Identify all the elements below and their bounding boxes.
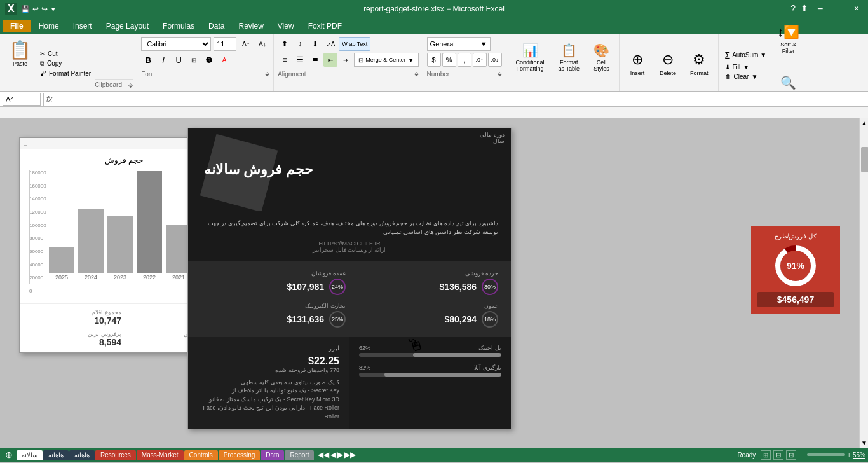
sheet-tab-report[interactable]: Report <box>285 450 314 460</box>
normal-view-btn[interactable]: ⊞ <box>761 450 771 460</box>
currency-btn[interactable]: $ <box>427 53 441 67</box>
sheet-tab-processing[interactable]: Processing <box>219 450 260 460</box>
zoom-slider[interactable] <box>807 453 845 456</box>
font-name-selector[interactable]: Calibri <box>141 37 211 51</box>
metric-ecommerce-pct: 25% <box>329 311 346 328</box>
sort-filter-btn[interactable]: ↕🔽 Sort &Filter <box>771 15 805 64</box>
sheet-tab-mass-market[interactable]: Mass-Market <box>137 450 184 460</box>
merge-center-btn[interactable]: ⊡ Merge & Center ▼ <box>354 53 418 67</box>
slide-meta: دوره مالی سال <box>480 132 505 144</box>
page-break-btn[interactable]: ⊡ <box>786 450 796 460</box>
sheet-tab-resources[interactable]: Resources <box>95 450 136 460</box>
delete-cells-btn[interactable]: ⊖ Delete <box>654 39 682 88</box>
bold-button[interactable]: B <box>141 53 155 67</box>
redo-icon[interactable]: ↪ <box>41 4 48 13</box>
home-menu[interactable]: Home <box>32 20 65 32</box>
add-sheet-btn[interactable]: ⊕ <box>3 450 15 460</box>
font-color-btn[interactable]: A <box>217 53 231 67</box>
fill-btn[interactable]: ⬇ Fill ▼ <box>722 63 770 71</box>
sheet-tab-controls[interactable]: Controls <box>184 450 218 460</box>
align-left-btn[interactable]: ≡ <box>278 53 292 67</box>
orientation-btn[interactable]: ↗A <box>323 37 337 51</box>
decrease-font-btn[interactable]: A↓ <box>255 37 269 51</box>
number-expander[interactable]: ⬙ <box>498 71 502 78</box>
paste-button[interactable]: 📋 Paste <box>4 37 36 90</box>
scroll-down-btn[interactable]: ▼ <box>860 438 868 448</box>
increase-font-btn[interactable]: A↑ <box>239 37 253 51</box>
number-format-selector[interactable]: General ▼ <box>427 37 491 51</box>
zoom-level[interactable]: 55% <box>853 452 865 459</box>
fill-dropdown[interactable]: ▼ <box>743 64 749 71</box>
decrease-decimal-btn[interactable]: .0↓ <box>488 53 502 67</box>
wrap-text-btn[interactable]: Wrap Text <box>339 37 370 51</box>
data-menu[interactable]: Data <box>202 20 231 32</box>
font-size-input[interactable] <box>214 37 236 51</box>
merge-dropdown-icon[interactable]: ▼ <box>408 57 414 64</box>
save-icon[interactable]: 💾 <box>21 5 30 13</box>
comma-btn[interactable]: , <box>458 53 471 67</box>
increase-decimal-btn[interactable]: .0↑ <box>473 53 487 67</box>
italic-button[interactable]: I <box>156 53 170 67</box>
find-select-btn[interactable]: 🔍 Find &Select <box>771 66 805 114</box>
sheet-tab-hahaneh[interactable]: هاهانه <box>43 450 69 460</box>
sheet-tab-salane[interactable]: سالانه <box>17 450 43 460</box>
minimize-btn[interactable]: − <box>813 3 827 15</box>
scroll-thumb[interactable] <box>861 147 868 172</box>
align-center-btn[interactable]: ☰ <box>293 53 307 67</box>
prev-sheet-btn[interactable]: ◀◀ <box>318 450 329 459</box>
fill-color-btn[interactable]: 🅐 <box>202 53 216 67</box>
close-btn[interactable]: × <box>850 3 863 15</box>
slide-panel[interactable]: حجم فروش سالانه گزارش شرکت دوره مالی سال… <box>187 128 512 429</box>
bar-2021-label: 2021 <box>172 274 185 280</box>
customize-qs-icon[interactable]: ▼ <box>50 6 57 13</box>
copy-button[interactable]: ⧉ Copy <box>37 59 93 68</box>
next-one-sheet-btn[interactable]: ▶ <box>337 450 343 459</box>
sheet-tab-data[interactable]: Data <box>261 450 284 460</box>
align-middle-btn[interactable]: ↕ <box>293 37 307 51</box>
cell-reference-input[interactable] <box>3 93 41 106</box>
border-button[interactable]: ⊞ <box>187 53 201 67</box>
page-layout-btn[interactable]: ⊟ <box>773 450 783 460</box>
format-painter-button[interactable]: 🖌 Format Painter <box>37 69 93 78</box>
file-menu[interactable]: File <box>3 20 31 32</box>
review-menu[interactable]: Review <box>232 20 269 32</box>
next-sheet-btn[interactable]: ▶▶ <box>344 450 356 459</box>
align-right-btn[interactable]: ≣ <box>308 53 322 67</box>
clipboard-expander[interactable]: ⬙ <box>128 82 133 88</box>
number-format-dropdown[interactable]: ▼ <box>480 40 487 48</box>
page-layout-menu[interactable]: Page Layout <box>100 20 155 32</box>
quick-access-bar[interactable]: 💾 ↩ ↪ ▼ <box>21 4 57 13</box>
sheet-tab-hahaneh2[interactable]: هاهانه <box>69 450 95 460</box>
clear-btn[interactable]: 🗑 Clear ▼ <box>722 73 770 81</box>
insert-cells-btn[interactable]: ⊕ Insert <box>623 39 651 88</box>
percent-btn[interactable]: % <box>442 53 456 67</box>
vertical-scrollbar[interactable]: ▲ ▼ <box>859 118 868 448</box>
formula-input[interactable] <box>58 93 865 105</box>
format-table-btn[interactable]: 📋 Formatas Table <box>553 39 585 75</box>
prev-one-sheet-btn[interactable]: ◀ <box>330 450 336 459</box>
product-section: لیزر $22.25 778 واحدهای فروخته شده کلیک … <box>188 337 349 429</box>
underline-button[interactable]: U <box>172 53 186 67</box>
conditional-formatting-btn[interactable]: 📊 ConditionalFormatting <box>510 39 550 75</box>
zoom-out-btn[interactable]: − <box>801 452 805 459</box>
zoom-in-btn[interactable]: + <box>847 452 851 459</box>
cut-button[interactable]: ✂ Cut <box>37 50 93 58</box>
foxit-menu[interactable]: Foxit PDF <box>302 20 348 32</box>
format-cells-btn[interactable]: ⚙ Format <box>684 39 714 88</box>
autosum-btn[interactable]: Σ AutoSum ▼ <box>722 49 770 62</box>
insert-menu[interactable]: Insert <box>67 20 98 32</box>
scroll-up-btn[interactable]: ▲ <box>860 118 868 128</box>
maximize-btn[interactable]: □ <box>832 3 844 15</box>
cell-styles-btn[interactable]: 🎨 CellStyles <box>588 39 615 75</box>
autosum-dropdown[interactable]: ▼ <box>760 52 766 59</box>
undo-icon[interactable]: ↩ <box>32 4 39 13</box>
clear-dropdown[interactable]: ▼ <box>751 73 757 80</box>
align-top-btn[interactable]: ⬆ <box>278 37 292 51</box>
font-expander[interactable]: ⬙ <box>265 71 269 78</box>
align-bottom-btn[interactable]: ⬇ <box>308 37 322 51</box>
view-menu[interactable]: View <box>271 20 301 32</box>
formulas-menu[interactable]: Formulas <box>156 20 201 32</box>
alignment-expander[interactable]: ⬙ <box>414 71 419 78</box>
decrease-indent-btn[interactable]: ⇤ <box>323 53 337 67</box>
increase-indent-btn[interactable]: ⇥ <box>339 53 353 67</box>
